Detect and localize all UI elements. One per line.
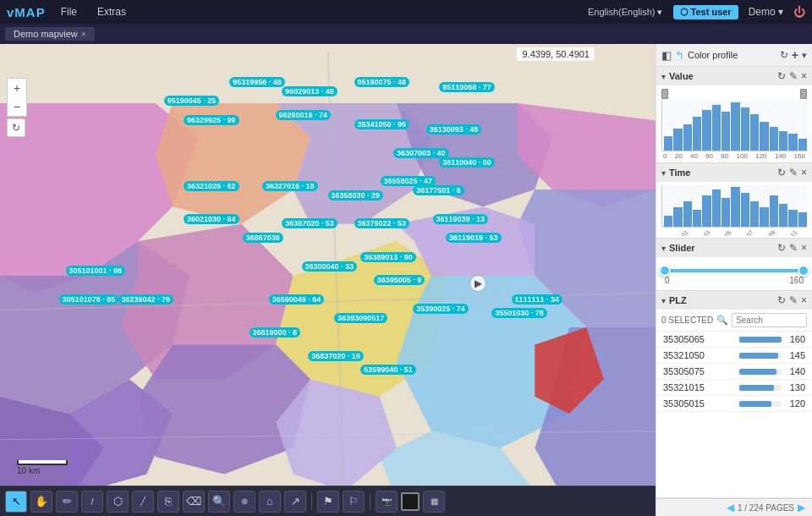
plz-value-3: 130	[785, 382, 805, 392]
slider-track[interactable]	[665, 269, 804, 272]
tab-close-button[interactable]: ×	[81, 30, 86, 39]
tab-demo-mapview[interactable]: Demo mapview ×	[5, 27, 95, 41]
slider-close-icon[interactable]: ×	[801, 242, 807, 254]
plz-refresh-icon[interactable]: ↻	[777, 294, 786, 306]
plz-row-4[interactable]: 35305015 120	[656, 396, 812, 412]
zoom-in-button[interactable]: +	[8, 79, 26, 97]
slider-collapse-icon[interactable]: ▾	[661, 244, 666, 253]
value-collapse-icon[interactable]: ▾	[661, 72, 666, 81]
delete-tool-button[interactable]: ⌫	[183, 491, 205, 513]
slider-max-label: 160	[789, 276, 804, 285]
flag-button-1[interactable]: ⚑	[317, 491, 339, 513]
camera-button[interactable]: 📷	[376, 491, 398, 513]
time-bar-5	[712, 189, 721, 227]
value-edit-icon[interactable]: ✎	[789, 70, 798, 82]
line-tool-button[interactable]: /	[81, 491, 103, 513]
time-bar-3	[693, 210, 701, 227]
plz-row-1[interactable]: 35321050 145	[656, 348, 812, 364]
rotate-button[interactable]: ↻	[7, 118, 25, 137]
path-tool-button[interactable]: ╱	[132, 491, 154, 513]
prev-page-button[interactable]: ◀	[727, 502, 734, 513]
time-bar-7	[731, 187, 739, 227]
zoom-out-button[interactable]: −	[8, 97, 26, 116]
plz-search-input[interactable]	[732, 313, 807, 327]
home-button[interactable]: ⌂	[259, 491, 281, 513]
next-page-button[interactable]: ▶	[798, 502, 805, 513]
scale-line	[17, 460, 68, 465]
menu-file[interactable]: File	[56, 4, 82, 19]
slider-min-label: 0	[665, 276, 670, 285]
histogram-left-handle[interactable]	[661, 89, 668, 99]
color-profile-label: Color profile	[688, 50, 776, 60]
value-histogram: 020406080100120140160	[656, 85, 812, 162]
time-bar-6	[721, 198, 730, 227]
demo-button[interactable]: Demo ▾	[749, 6, 783, 18]
plz-section: ▾ PLZ ↻ ✎ × 0 SELECTED 🔍 35305065 160 35…	[656, 291, 812, 498]
pan-tool-button[interactable]: ✋	[30, 491, 52, 513]
time-bar-10	[760, 207, 768, 228]
color-profile-refresh[interactable]: ↻	[780, 49, 788, 61]
value-close-icon[interactable]: ×	[801, 70, 807, 82]
plz-bar-1	[739, 353, 778, 359]
power-icon[interactable]: ⏻	[793, 5, 805, 19]
time-label: Time	[669, 167, 774, 178]
time-edit-icon[interactable]: ✎	[789, 167, 798, 178]
plz-edit-icon[interactable]: ✎	[789, 294, 798, 306]
color-picker-button[interactable]	[401, 492, 420, 511]
layers-icon[interactable]: ↰	[675, 49, 684, 62]
layer-icon: ◧	[661, 49, 672, 62]
histogram-right-handle[interactable]	[800, 89, 807, 99]
plz-search-icon: 🔍	[716, 315, 728, 326]
plz-bar-wrap-1	[739, 353, 782, 359]
slider-edit-icon[interactable]: ✎	[789, 242, 798, 254]
slider-body: 0 160	[656, 257, 812, 290]
time-close-icon[interactable]: ×	[801, 167, 807, 178]
time-bar-12	[779, 204, 787, 227]
language-selector[interactable]: English(English) ▾	[588, 7, 663, 18]
color-profile-filter[interactable]: ▾	[802, 50, 807, 61]
time-refresh-icon[interactable]: ↻	[777, 167, 786, 178]
select-tool-button[interactable]: ↖	[5, 491, 27, 513]
plz-close-icon[interactable]: ×	[801, 294, 807, 306]
slider-thumb-right[interactable]	[798, 265, 809, 277]
draw-tool-button[interactable]: ✏	[56, 491, 78, 513]
plz-selected-count: 0 SELECTED	[661, 316, 713, 325]
value-refresh-icon[interactable]: ↻	[777, 70, 786, 82]
map-container[interactable]: 95319956 · 4895190045 · 2596029013 · 489…	[0, 44, 656, 516]
plz-row-0[interactable]: 35305065 160	[656, 332, 812, 348]
polygon-tool-button[interactable]: ⬡	[107, 491, 129, 513]
plz-label: PLZ	[669, 295, 774, 305]
target-button[interactable]: ⊕	[233, 491, 255, 513]
slider-thumb-left[interactable]	[659, 265, 671, 277]
layer-button[interactable]: ▦	[423, 491, 445, 513]
color-profile-add[interactable]: +	[792, 48, 798, 62]
histogram-bar-4	[702, 110, 710, 151]
copy-tool-button[interactable]: ⎘	[157, 491, 179, 513]
plz-collapse-icon[interactable]: ▾	[661, 296, 666, 305]
toolbar-separator-2	[370, 493, 370, 510]
flag-button-2[interactable]: ⚐	[343, 491, 365, 513]
slider-refresh-icon[interactable]: ↻	[777, 242, 786, 254]
histogram-bar-12	[779, 131, 787, 151]
value-section: ▾ Value ↻ ✎ × 020406080100120140160	[656, 67, 812, 163]
histogram-labels: 020406080100120140160	[661, 151, 807, 161]
histogram-bar-7	[731, 102, 739, 151]
menu-extras[interactable]: Extras	[92, 4, 131, 19]
pages-footer: ◀ 1 / 224 PAGES ▶	[656, 498, 812, 516]
plz-value-1: 145	[785, 350, 805, 360]
histogram-bar-14	[798, 139, 807, 151]
plz-row-2[interactable]: 35305075 140	[656, 364, 812, 380]
plz-row-3[interactable]: 35321015 130	[656, 380, 812, 396]
value-header: ▾ Value ↻ ✎ ×	[656, 67, 812, 85]
plz-code-3: 35321015	[663, 382, 739, 392]
plz-rows: 35305065 160 35321050 145 35305075 140 3…	[656, 332, 812, 412]
zoom-search-button[interactable]: 🔍	[208, 491, 230, 513]
map-svg	[0, 44, 656, 516]
pages-label: 1 / 224 PAGES	[738, 503, 794, 513]
user-button[interactable]: ⬡ Test user	[673, 5, 738, 19]
time-collapse-icon[interactable]: ▾	[661, 168, 666, 178]
tab-label: Demo mapview	[14, 29, 78, 39]
share-button[interactable]: ↗	[284, 491, 306, 513]
zoom-controls: + −	[7, 78, 27, 117]
plz-bar-2	[739, 369, 776, 375]
